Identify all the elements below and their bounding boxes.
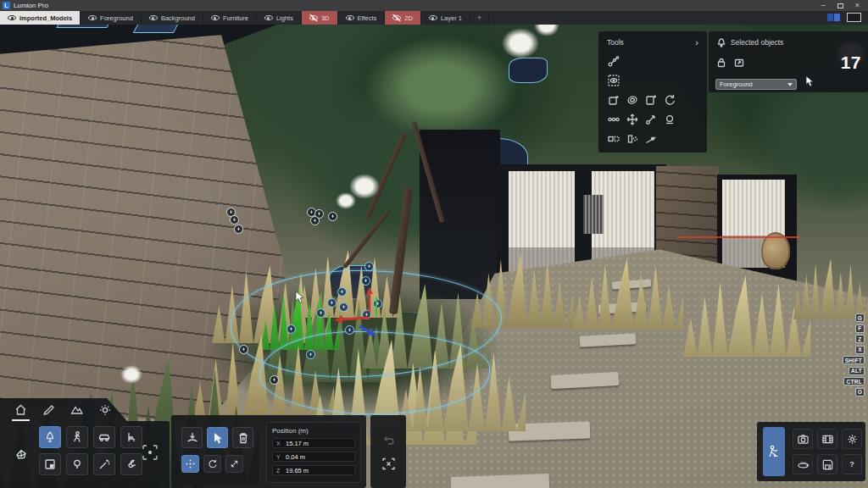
- effects-category-wand-icon[interactable]: [93, 453, 115, 475]
- lumion-app: L Lumion Pro – × Imported_Models Foregro…: [0, 0, 868, 488]
- scale-tool-icon[interactable]: [644, 113, 657, 125]
- lumion-logo-icon: L: [3, 2, 10, 9]
- close-button[interactable]: ×: [855, 2, 860, 9]
- movie-filmstrip-icon[interactable]: [817, 429, 837, 449]
- move-mode-button[interactable]: [181, 455, 199, 473]
- key-badge: SHIFT: [843, 356, 865, 364]
- position-y-field[interactable]: Y 0.04 m: [272, 452, 355, 462]
- selection-visibility-icon[interactable]: [607, 74, 620, 86]
- object-node[interactable]: [310, 216, 320, 225]
- axis-label: Y: [276, 454, 281, 460]
- flower-cluster: [120, 365, 142, 384]
- object-node-selected[interactable]: [316, 308, 326, 318]
- node-edit-icon[interactable]: [607, 54, 620, 67]
- reset-rotation-icon[interactable]: [663, 93, 676, 106]
- move-tool-icon[interactable]: [626, 113, 638, 125]
- tab-label: Effects: [358, 14, 377, 22]
- material-category-icon[interactable]: [39, 453, 61, 475]
- scale-mode-button[interactable]: [225, 455, 243, 473]
- position-z-field[interactable]: Z 19.65 m: [272, 465, 355, 475]
- visibility-eye-icon[interactable]: [211, 14, 220, 21]
- visibility-eye-off-icon[interactable]: [392, 14, 401, 21]
- visibility-eye-icon[interactable]: [429, 14, 437, 21]
- place-object-button[interactable]: [181, 427, 203, 448]
- key-badge: Z: [855, 335, 865, 343]
- key-badge: G: [855, 313, 865, 322]
- settings-gear-icon[interactable]: [842, 429, 862, 449]
- monitor-icon[interactable]: [847, 13, 861, 22]
- copy-rotate-icon[interactable]: [626, 93, 638, 106]
- tab-materials-brush-icon[interactable]: [42, 402, 56, 417]
- selected-objects-title: Selected objects: [731, 38, 783, 47]
- visibility-eye-icon[interactable]: [346, 14, 354, 21]
- object-node-selected[interactable]: [306, 350, 315, 359]
- tab-3d[interactable]: 3D: [302, 11, 338, 25]
- resize-frame-icon[interactable]: [733, 58, 744, 69]
- place-on-slope-icon[interactable]: [644, 132, 657, 145]
- object-node-selected[interactable]: [287, 324, 296, 334]
- tab-imported-models[interactable]: Imported_Models: [0, 11, 81, 25]
- key-badge: F: [855, 324, 865, 333]
- object-node[interactable]: [328, 212, 337, 221]
- chain-link-icon[interactable]: [607, 113, 620, 125]
- rotate-ground-icon[interactable]: [663, 113, 676, 125]
- select-tool-button[interactable]: [207, 427, 228, 448]
- tab-weather-sun-icon[interactable]: [97, 402, 112, 417]
- object-node-selected[interactable]: [364, 262, 374, 271]
- move-gizmo[interactable]: [331, 284, 390, 343]
- copy-add-icon[interactable]: [607, 93, 620, 106]
- key-badge: CTRL: [843, 377, 865, 385]
- visibility-eye-icon[interactable]: [149, 14, 158, 21]
- save-disk-icon[interactable]: [817, 454, 837, 474]
- tab-background[interactable]: Background: [142, 11, 203, 25]
- build-mode-button[interactable]: [763, 427, 785, 476]
- mouse-cursor: [295, 291, 305, 304]
- shortcut-key-hints: G F Z X SHIFT ALT CTRL O: [843, 313, 865, 396]
- layer-dropdown[interactable]: Foreground: [715, 79, 797, 90]
- object-node[interactable]: [239, 345, 248, 354]
- visibility-eye-off-icon[interactable]: [309, 14, 318, 21]
- nature-category-tree-icon[interactable]: [39, 426, 61, 448]
- tab-landscape-mountain-icon[interactable]: [70, 402, 84, 417]
- delete-trash-button[interactable]: [232, 427, 253, 448]
- imported-model-category-icon[interactable]: [8, 433, 34, 475]
- align-vertical-icon[interactable]: [626, 132, 638, 145]
- visibility-eye-icon[interactable]: [264, 14, 273, 21]
- tab-foreground[interactable]: Foreground: [81, 11, 142, 25]
- help-icon[interactable]: ?: [842, 454, 862, 474]
- character-category-person-icon[interactable]: [66, 426, 88, 448]
- tab-lights[interactable]: Lights: [257, 11, 302, 25]
- expand-chevron-icon[interactable]: ›: [695, 37, 698, 47]
- photo-camera-icon[interactable]: [793, 429, 813, 449]
- add-layer-button[interactable]: +: [470, 11, 489, 25]
- undo-icon[interactable]: [377, 429, 399, 451]
- object-node[interactable]: [270, 375, 279, 385]
- visibility-eye-icon[interactable]: [8, 14, 16, 21]
- axis-value: 19.65 m: [286, 467, 309, 474]
- tab-2d[interactable]: 2D: [385, 11, 421, 25]
- tab-effects[interactable]: Effects: [338, 11, 386, 25]
- rotate-mode-button[interactable]: [203, 455, 221, 473]
- selected-objects-panel: Selected objects 17 Foreground: [709, 31, 868, 92]
- lock-icon[interactable]: [715, 58, 726, 69]
- maximize-button[interactable]: [837, 3, 843, 8]
- position-x-field[interactable]: X 15.17 m: [272, 438, 355, 448]
- panorama-360-icon[interactable]: 360: [793, 454, 813, 474]
- focus-selection-icon[interactable]: [377, 452, 399, 474]
- object-node[interactable]: [230, 215, 239, 225]
- layer-dropdown-value: Foreground: [720, 80, 753, 88]
- minimize-button[interactable]: –: [821, 2, 826, 9]
- dual-display-toggle-icon[interactable]: [827, 14, 840, 21]
- align-horizontal-icon[interactable]: [607, 132, 620, 145]
- visibility-eye-icon[interactable]: [88, 14, 97, 21]
- transport-category-car-icon[interactable]: [93, 426, 115, 448]
- object-node[interactable]: [234, 225, 243, 234]
- tab-furniture[interactable]: Furniture: [203, 11, 257, 25]
- tab-layer-1[interactable]: Layer 1: [421, 11, 470, 25]
- rattan-chair: [761, 232, 790, 269]
- mass-select-icon[interactable]: [139, 441, 161, 463]
- paste-add-icon[interactable]: [644, 93, 657, 106]
- window-title: Lumion Pro: [14, 2, 48, 9]
- tab-objects-home-icon[interactable]: [14, 402, 28, 417]
- light-category-bulb-icon[interactable]: [66, 453, 88, 475]
